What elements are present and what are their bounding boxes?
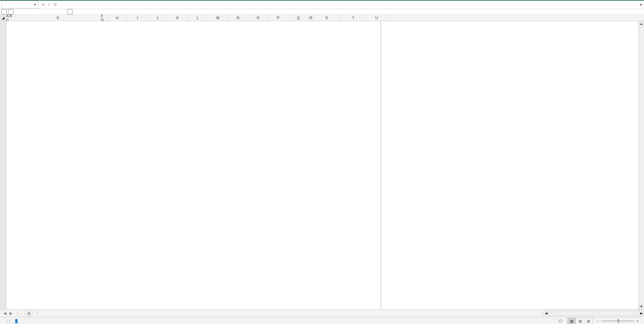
name-box-dropdown-icon[interactable]: ▼: [34, 3, 37, 6]
formula-input[interactable]: [60, 1, 638, 8]
horizontal-scrollbar[interactable]: ◀ ▶: [543, 311, 644, 316]
col-abc[interactable]: A B C: [6, 15, 15, 21]
col-o[interactable]: O: [248, 15, 268, 21]
col-fg[interactable]: F G: [101, 15, 107, 21]
select-all[interactable]: ◢: [0, 15, 6, 21]
accessibility-icon[interactable]: 👤: [14, 319, 19, 323]
zoom-slider[interactable]: [601, 320, 635, 322]
scroll-down-icon[interactable]: ▼: [639, 304, 644, 309]
zoom-out-button[interactable]: −: [597, 319, 599, 323]
tab-more-icon[interactable]: ⋮: [35, 311, 39, 316]
outline-level-1[interactable]: [1, 9, 7, 14]
macro-record-icon[interactable]: ⬚: [7, 319, 10, 323]
col-h[interactable]: H: [107, 15, 127, 21]
hscroll-left-icon[interactable]: ◀: [543, 311, 549, 316]
outline-collapse-icon[interactable]: [67, 9, 72, 14]
col-r[interactable]: R: [309, 15, 314, 21]
scroll-track[interactable]: [639, 26, 644, 304]
tab-nav-prev-icon[interactable]: ◀: [2, 311, 8, 316]
col-k[interactable]: K: [168, 15, 188, 21]
column-headers: ◢ A B C E F G H I J K L M N O P Q R S T …: [0, 15, 644, 21]
status-bar: ⬚ 👤 🖵 ▦ ▥ ▤ − +: [0, 317, 644, 324]
scroll-up-icon[interactable]: ▲: [639, 21, 644, 26]
view-page-break-button[interactable]: ▤: [584, 318, 593, 324]
grid: ▲ ▼: [0, 21, 644, 309]
fx-icon[interactable]: fx: [54, 2, 57, 7]
col-q[interactable]: Q: [288, 15, 309, 21]
formula-expand-icon[interactable]: ▾: [638, 2, 644, 7]
col-t[interactable]: T: [340, 15, 367, 21]
col-i[interactable]: I: [127, 15, 148, 21]
view-page-layout-button[interactable]: ▥: [576, 318, 584, 324]
vertical-scrollbar[interactable]: ▲ ▼: [638, 21, 644, 309]
name-box[interactable]: ▼: [1, 1, 38, 9]
cancel-icon[interactable]: ✕: [42, 2, 45, 7]
col-u[interactable]: U: [367, 15, 387, 21]
sheet-tabs: ◀ ▶ ⋮ ⊕ ⋮ ◀ ▶: [0, 309, 644, 317]
col-j[interactable]: J: [148, 15, 168, 21]
view-normal-button[interactable]: ▦: [567, 318, 576, 324]
col-e[interactable]: E: [15, 15, 101, 21]
formula-bar: ▼ ✕ ✓ fx ▾: [0, 1, 644, 9]
col-s[interactable]: S: [314, 15, 340, 21]
outline-strip: [0, 9, 644, 15]
col-m[interactable]: M: [208, 15, 228, 21]
tab-nav-menu-icon[interactable]: ⋮: [14, 311, 21, 316]
row-headers: [0, 21, 6, 309]
display-settings-icon[interactable]: 🖵: [558, 319, 562, 323]
col-p[interactable]: P: [268, 15, 288, 21]
col-l[interactable]: L: [188, 15, 208, 21]
hscroll-right-icon[interactable]: ▶: [639, 311, 644, 316]
tab-nav-next-icon[interactable]: ▶: [8, 311, 14, 316]
hscroll-track[interactable]: [549, 311, 639, 316]
col-n[interactable]: N: [228, 15, 248, 21]
add-sheet-button[interactable]: ⊕: [25, 310, 33, 317]
zoom-in-button[interactable]: +: [637, 319, 639, 323]
sheet-content[interactable]: [6, 21, 644, 309]
enter-icon[interactable]: ✓: [48, 2, 51, 7]
